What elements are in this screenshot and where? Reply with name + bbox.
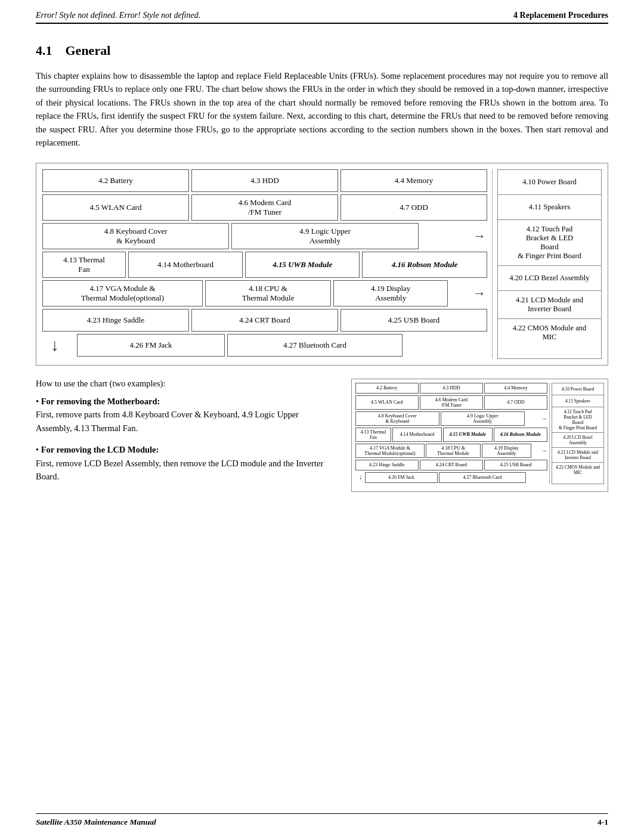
footer-left: Satellite A350 Maintenance Manual	[36, 817, 156, 827]
mini-419: 4.19 DisplayAssembly	[482, 444, 531, 458]
lower-section: How to use the chart (two examples): For…	[36, 379, 608, 492]
mini-down-arrow: ↓	[359, 473, 363, 482]
mini-45: 4.5 WLAN Card	[355, 395, 419, 410]
mini-426: 4.26 FM Jack	[365, 472, 438, 483]
mini-413: 4.13 ThermalFan	[355, 428, 391, 442]
fru-row-5: 4.17 VGA Module &Thermal Module(optional…	[42, 280, 487, 306]
mini-chart-inner: 4.2 Battery 4.3 HDD 4.4 Memory 4.5 WLAN …	[355, 383, 604, 484]
mini-416: 4.16 Robson Module	[494, 428, 547, 442]
mini-right: 4.10 Power Board 4.11 Speakers 4.12 Touc…	[552, 383, 604, 484]
fru-box-48: 4.8 Keyboard Cover& Keyboard	[42, 223, 229, 249]
footer-right: 4-1	[597, 817, 608, 827]
mini-418: 4.18 CPU &Thermal Module	[426, 444, 481, 458]
arrow-right-5: →	[451, 286, 486, 301]
fru-box-43: 4.3 HDD	[191, 169, 338, 192]
mini-row-7: ↓ 4.26 FM Jack 4.27 Bluetooth Card	[355, 472, 547, 483]
header-right: 4 Replacement Procedures	[513, 11, 608, 20]
down-arrow-icon: ↓	[51, 336, 72, 355]
fru-box-47: 4.7 ODD	[340, 194, 487, 221]
fru-box-413: 4.13 ThermalFan	[42, 252, 126, 278]
fru-box-425: 4.25 USB Board	[340, 309, 487, 332]
mini-427: 4.27 Bluetooth Card	[439, 472, 525, 483]
fru-right-422: 4.22 CMOS Module andMIC	[498, 319, 601, 346]
bullet-1: For removing the Motherboard: First, rem…	[36, 395, 335, 435]
mini-417: 4.17 VGA Module &Thermal Module(optional…	[355, 444, 425, 458]
body-paragraph: This chapter explains how to disassemble…	[36, 69, 608, 150]
mini-arrow-5: →	[532, 447, 547, 454]
lower-text: How to use the chart (two examples):	[36, 379, 335, 389]
header-left: Error! Style not defined. Error! Style n…	[36, 11, 200, 20]
mini-arrow-3: →	[526, 415, 547, 422]
fru-box-417: 4.17 VGA Module &Thermal Module(optional…	[42, 280, 203, 306]
mini-row-1: 4.2 Battery 4.3 HDD 4.4 Memory	[355, 383, 547, 394]
fru-box-424: 4.24 CRT Board	[191, 309, 338, 332]
fru-right-412: 4.12 Touch PadBracket & LEDBoard& Finger…	[498, 220, 601, 266]
mini-r-412: 4.12 Touch PadBracket & LEDBoard& Finger…	[552, 407, 603, 433]
bullet-2-bold: For removing the LCD Module:	[41, 445, 159, 454]
mini-424: 4.24 CRT Board	[420, 460, 483, 470]
mini-r-420: 4.20 LCD Bezel Assembly	[552, 433, 603, 448]
mini-fru-chart: 4.2 Battery 4.3 HDD 4.4 Memory 4.5 WLAN …	[351, 379, 608, 492]
bullet-1-text: First, remove parts from 4.8 Keyboard Co…	[36, 410, 299, 432]
fru-box-414: 4.14 Motherboard	[128, 252, 243, 278]
section-title: 4.1 General	[36, 43, 608, 58]
bullet-1-bold: For removing the Motherboard:	[41, 397, 160, 406]
mini-49: 4.9 Logic UpperAssembly	[441, 411, 525, 426]
mini-row-4: 4.13 ThermalFan 4.14 Motherboard 4.15 UW…	[355, 428, 547, 442]
mini-row-3: 4.8 Keyboard Cover& Keyboard 4.9 Logic U…	[355, 411, 547, 426]
mini-left: 4.2 Battery 4.3 HDD 4.4 Memory 4.5 WLAN …	[355, 383, 550, 484]
fru-chart-left: 4.2 Battery 4.3 HDD 4.4 Memory 4.5 WLAN …	[42, 169, 493, 359]
fru-right-420: 4.20 LCD Bezel Assembly	[498, 266, 601, 291]
bullets-section: How to use the chart (two examples): For…	[36, 379, 335, 492]
fru-box-416: 4.16 Robson Module	[362, 252, 487, 278]
fru-right-410: 4.10 Power Board	[498, 170, 601, 195]
mini-48: 4.8 Keyboard Cover& Keyboard	[355, 411, 439, 426]
mini-44: 4.4 Memory	[484, 383, 547, 394]
mini-row-2: 4.5 WLAN Card 4.6 Modem Card/FM Tuner 4.…	[355, 395, 547, 410]
fru-box-427: 4.27 Bluetooth Card	[227, 334, 402, 357]
mini-423: 4.23 Hinge Saddle	[355, 460, 419, 470]
fru-row-4: 4.13 ThermalFan 4.14 Motherboard 4.15 UW…	[42, 252, 487, 278]
fru-box-426: 4.26 FM Jack	[77, 334, 225, 357]
fru-box-415: 4.15 UWB Module	[245, 252, 360, 278]
mini-42: 4.2 Battery	[355, 383, 419, 394]
fru-row-6: 4.23 Hinge Saddle 4.24 CRT Board 4.25 US…	[42, 309, 487, 332]
fru-box-46: 4.6 Modem Card/FM Tuner	[191, 194, 338, 221]
page-footer: Satellite A350 Maintenance Manual 4-1	[36, 813, 608, 833]
fru-row-7: ↓ 4.26 FM Jack 4.27 Bluetooth Card	[42, 334, 487, 357]
mini-r-410: 4.10 Power Board	[552, 383, 603, 395]
fru-right-411: 4.11 Speakers	[498, 195, 601, 220]
fru-row-1: 4.2 Battery 4.3 HDD 4.4 Memory	[42, 169, 487, 192]
fru-box-419: 4.19 DisplayAssembly	[333, 280, 448, 306]
mini-47: 4.7 ODD	[484, 395, 547, 410]
fru-chart: 4.2 Battery 4.3 HDD 4.4 Memory 4.5 WLAN …	[36, 163, 608, 366]
fru-chart-right: 4.10 Power Board 4.11 Speakers 4.12 Touc…	[497, 169, 602, 359]
mini-r-422: 4.22 CMOS Module andMIC	[552, 463, 603, 477]
fru-box-49: 4.9 Logic UpperAssembly	[231, 223, 418, 249]
mini-43: 4.3 HDD	[420, 383, 483, 394]
page-header: Error! Style not defined. Error! Style n…	[36, 0, 608, 24]
mini-425: 4.25 USB Board	[484, 460, 547, 470]
fru-box-44: 4.4 Memory	[340, 169, 487, 192]
fru-box-423: 4.23 Hinge Saddle	[42, 309, 189, 332]
fru-box-45: 4.5 WLAN Card	[42, 194, 189, 221]
mini-46: 4.6 Modem Card/FM Tuner	[420, 395, 483, 410]
fru-right-421: 4.21 LCD Module andInverter Board	[498, 291, 601, 319]
bullet-2-text: First, remove LCD Bezel Assembly, then r…	[36, 459, 323, 481]
mini-r-421: 4.21 LCD Module andInverter Board	[552, 448, 603, 463]
mini-row-5: 4.17 VGA Module &Thermal Module(optional…	[355, 444, 547, 458]
mini-415: 4.15 UWB Module	[443, 428, 493, 442]
mini-414: 4.14 Motherboard	[392, 428, 442, 442]
mini-row-6: 4.23 Hinge Saddle 4.24 CRT Board 4.25 US…	[355, 460, 547, 470]
bullet-2: For removing the LCD Module: First, remo…	[36, 443, 335, 483]
fru-box-418: 4.18 CPU &Thermal Module	[205, 280, 331, 306]
arrow-right-3: →	[422, 228, 486, 244]
fru-row-2: 4.5 WLAN Card 4.6 Modem Card/FM Tuner 4.…	[42, 194, 487, 221]
fru-row-3: 4.8 Keyboard Cover& Keyboard 4.9 Logic U…	[42, 223, 487, 249]
mini-r-411: 4.11 Speakers	[552, 395, 603, 407]
fru-box-42: 4.2 Battery	[42, 169, 189, 192]
